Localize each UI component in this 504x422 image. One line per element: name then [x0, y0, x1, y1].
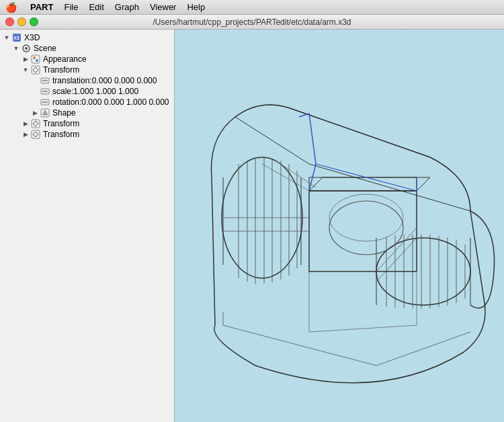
tree-node-rotation[interactable]: rotation:0.000 0.000 1.000 0.000: [0, 97, 174, 108]
svg-marker-15: [42, 110, 48, 115]
triangle-transform3: [22, 130, 30, 138]
x3d-icon: X3: [12, 33, 22, 42]
x3d-label: X3D: [24, 33, 40, 42]
rotation-field-icon: [40, 97, 50, 107]
triangle-shape: [31, 109, 39, 117]
scale-field-icon: [40, 87, 50, 96]
scene-label: Scene: [34, 44, 56, 53]
svg-line-53: [376, 332, 470, 366]
triangle-scale: [31, 87, 39, 95]
maximize-button[interactable]: [30, 17, 38, 26]
menu-file[interactable]: File: [64, 2, 78, 12]
svg-line-48: [376, 228, 417, 271]
menubar: 🍎 PART File Edit Graph Viewer Help: [0, 0, 504, 15]
tree-node-scale[interactable]: scale:1.000 1.000 1.000: [0, 86, 174, 97]
transform1-label: Transform: [43, 65, 79, 75]
close-button[interactable]: [5, 17, 14, 26]
svg-rect-42: [309, 191, 417, 271]
transform1-icon: [31, 65, 40, 75]
appearance-label: Appearance: [43, 54, 87, 64]
transform3-icon: [31, 130, 40, 139]
scale-label: scale:1.000 1.000 1.000: [52, 87, 138, 96]
triangle-appearance: [22, 55, 30, 63]
viewport[interactable]: [175, 30, 504, 422]
tree-node-translation[interactable]: translation:0.000 0.000 0.000: [0, 75, 174, 86]
shape-label: Shape: [52, 108, 76, 118]
transform2-icon: [31, 119, 40, 128]
svg-text:X3: X3: [13, 36, 19, 40]
main-area: X3 X3D Scene Appearance: [0, 30, 504, 422]
scene-icon: [22, 44, 31, 53]
tree-node-shape[interactable]: Shape: [0, 108, 174, 118]
triangle-scene: [12, 44, 20, 52]
viewport-svg: [175, 30, 504, 422]
svg-point-5: [33, 56, 36, 59]
menu-part[interactable]: PART: [30, 2, 53, 12]
svg-point-3: [25, 47, 28, 50]
transform3-label: Transform: [43, 130, 79, 139]
svg-line-49: [376, 238, 417, 282]
tree-node-transform3[interactable]: Transform: [0, 129, 174, 140]
transform2-label: Transform: [43, 119, 79, 128]
tree-node-x3d[interactable]: X3 X3D: [0, 32, 174, 43]
window-controls: [5, 17, 38, 26]
menu-graph[interactable]: Graph: [115, 2, 139, 12]
titlebar: /Users/hartmut/cpp_projects/PARTedit/etc…: [0, 15, 504, 30]
menu-viewer[interactable]: Viewer: [150, 2, 177, 12]
minimize-button[interactable]: [17, 17, 26, 26]
triangle-translation: [31, 77, 39, 85]
svg-point-6: [36, 59, 38, 62]
tree-node-appearance[interactable]: Appearance: [0, 54, 174, 65]
translation-label: translation:0.000 0.000 0.000: [52, 76, 157, 85]
rotation-label: rotation:0.000 0.000 1.000 0.000: [52, 97, 169, 107]
tree-node-scene[interactable]: Scene: [0, 43, 174, 54]
tree-node-transform1[interactable]: Transform: [0, 65, 174, 75]
translation-field-icon: [40, 76, 50, 85]
svg-line-57: [309, 325, 417, 332]
triangle-transform2: [22, 120, 30, 128]
triangle-rotation: [31, 98, 39, 106]
tree-panel[interactable]: X3 X3D Scene Appearance: [0, 30, 175, 422]
appearance-icon: [31, 54, 40, 64]
triangle-x3d: [3, 34, 11, 42]
window-title: /Users/hartmut/cpp_projects/PARTedit/etc…: [153, 17, 351, 27]
apple-menu[interactable]: 🍎: [5, 2, 17, 13]
shape-icon: [40, 108, 50, 118]
tree-node-transform2[interactable]: Transform: [0, 118, 174, 129]
menu-edit[interactable]: Edit: [89, 2, 103, 12]
menu-help[interactable]: Help: [187, 2, 205, 12]
svg-point-44: [329, 201, 403, 255]
svg-rect-4: [32, 55, 40, 63]
triangle-transform1: [22, 66, 30, 74]
